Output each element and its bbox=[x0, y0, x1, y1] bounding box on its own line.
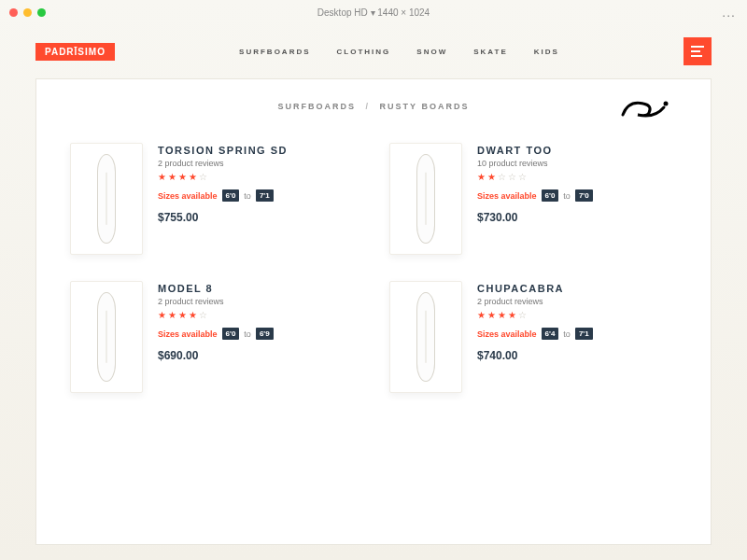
nav-snow[interactable]: SNOW bbox=[416, 48, 447, 56]
surfboard-icon bbox=[97, 154, 116, 244]
surfboard-icon bbox=[416, 292, 435, 382]
nav-surfboards[interactable]: SURFBOARDS bbox=[239, 48, 310, 56]
device-name: Desktop HD bbox=[317, 7, 368, 18]
star-rating: ★★★★☆ bbox=[158, 310, 358, 320]
product-details: TORSION SPRING SD 2 product reviews ★★★★… bbox=[158, 143, 358, 255]
star-icon: ★ bbox=[508, 310, 516, 320]
app-window: Desktop HD ▾ 1440 × 1024 ... PADRĪSIMO S… bbox=[0, 0, 747, 560]
size-min: 6'4 bbox=[542, 328, 559, 340]
main-nav: SURFBOARDS CLOTHING SNOW SKATE KIDS bbox=[239, 48, 559, 56]
close-icon[interactable] bbox=[9, 8, 18, 17]
sizes-label: Sizes available bbox=[158, 191, 218, 201]
product-card[interactable]: MODEL 8 2 product reviews ★★★★☆ Sizes av… bbox=[70, 281, 358, 393]
breadcrumb-category[interactable]: SURFBOARDS bbox=[278, 102, 357, 111]
svg-rect-1 bbox=[691, 50, 700, 52]
product-name: MODEL 8 bbox=[158, 283, 358, 294]
size-max: 6'9 bbox=[256, 328, 274, 340]
product-price: $690.00 bbox=[158, 349, 358, 362]
product-sizes: Sizes available 6'0 to 7'0 bbox=[477, 189, 677, 202]
nav-kids[interactable]: KIDS bbox=[534, 48, 559, 56]
star-icon: ★ bbox=[498, 310, 506, 320]
minimize-icon[interactable] bbox=[23, 8, 32, 17]
to-label: to bbox=[244, 329, 251, 339]
size-min: 6'0 bbox=[542, 189, 559, 202]
product-sizes: Sizes available 6'0 to 6'9 bbox=[158, 328, 358, 340]
product-name: CHUPACABRA bbox=[477, 283, 677, 294]
product-reviews[interactable]: 2 product reviews bbox=[158, 159, 358, 168]
size-min: 6'0 bbox=[222, 328, 240, 340]
product-thumbnail bbox=[389, 143, 462, 255]
content-frame: SURFBOARDS / RUSTY BOARDS TORSION SPRING… bbox=[35, 78, 712, 545]
star-icon: ★ bbox=[178, 310, 187, 320]
star-icon: ☆ bbox=[199, 310, 207, 320]
to-label: to bbox=[244, 191, 251, 201]
product-price: $730.00 bbox=[477, 211, 677, 224]
more-icon[interactable]: ... bbox=[722, 5, 736, 20]
product-name: TORSION SPRING SD bbox=[158, 145, 358, 156]
star-icon: ☆ bbox=[498, 172, 506, 182]
to-label: to bbox=[563, 329, 571, 339]
size-min: 6'0 bbox=[222, 189, 240, 202]
device-dims: 1440 × 1024 bbox=[377, 7, 430, 18]
product-reviews[interactable]: 2 product reviews bbox=[477, 297, 677, 306]
surfboard-icon bbox=[416, 154, 435, 244]
svg-rect-2 bbox=[691, 55, 702, 57]
menu-button[interactable] bbox=[684, 37, 712, 65]
product-details: MODEL 8 2 product reviews ★★★★☆ Sizes av… bbox=[158, 281, 358, 393]
logo[interactable]: PADRĪSIMO bbox=[35, 43, 115, 61]
star-icon: ☆ bbox=[508, 172, 516, 182]
size-max: 7'1 bbox=[256, 189, 274, 202]
star-icon: ★ bbox=[487, 310, 496, 320]
star-rating: ★★☆☆☆ bbox=[477, 172, 677, 182]
menu-icon bbox=[691, 46, 704, 57]
nav-skate[interactable]: SKATE bbox=[473, 48, 508, 56]
brand-logo-rusty bbox=[621, 96, 671, 126]
star-icon: ★ bbox=[189, 172, 197, 182]
nav-clothing[interactable]: CLOTHING bbox=[337, 48, 391, 56]
sizes-label: Sizes available bbox=[477, 191, 537, 201]
product-price: $755.00 bbox=[158, 211, 358, 224]
product-card[interactable]: DWART TOO 10 product reviews ★★☆☆☆ Sizes… bbox=[389, 143, 677, 255]
star-icon: ★ bbox=[178, 172, 187, 182]
product-card[interactable]: TORSION SPRING SD 2 product reviews ★★★★… bbox=[70, 143, 358, 255]
product-details: CHUPACABRA 2 product reviews ★★★★☆ Sizes… bbox=[477, 281, 677, 393]
size-max: 7'1 bbox=[575, 328, 593, 340]
svg-point-3 bbox=[664, 102, 669, 106]
product-details: DWART TOO 10 product reviews ★★☆☆☆ Sizes… bbox=[477, 143, 677, 255]
star-icon: ★ bbox=[487, 172, 496, 182]
size-max: 7'0 bbox=[575, 189, 593, 202]
star-icon: ★ bbox=[158, 310, 166, 320]
product-reviews[interactable]: 10 product reviews bbox=[477, 159, 677, 168]
breadcrumb-separator: / bbox=[366, 102, 371, 111]
product-card[interactable]: CHUPACABRA 2 product reviews ★★★★☆ Sizes… bbox=[389, 281, 677, 393]
star-rating: ★★★★☆ bbox=[158, 172, 358, 182]
product-name: DWART TOO bbox=[477, 145, 677, 156]
site-header: PADRĪSIMO SURFBOARDS CLOTHING SNOW SKATE… bbox=[0, 24, 747, 75]
star-icon: ★ bbox=[477, 310, 486, 320]
breadcrumb: SURFBOARDS / RUSTY BOARDS bbox=[70, 102, 677, 111]
sizes-label: Sizes available bbox=[158, 329, 218, 339]
product-grid: TORSION SPRING SD 2 product reviews ★★★★… bbox=[70, 143, 677, 393]
product-sizes: Sizes available 6'0 to 7'1 bbox=[158, 189, 358, 202]
breadcrumb-subcategory[interactable]: RUSTY BOARDS bbox=[380, 102, 470, 111]
star-icon: ☆ bbox=[199, 172, 207, 182]
star-icon: ★ bbox=[168, 310, 176, 320]
star-icon: ★ bbox=[477, 172, 486, 182]
to-label: to bbox=[563, 191, 571, 201]
titlebar-device-selector[interactable]: Desktop HD ▾ 1440 × 1024 bbox=[317, 7, 430, 18]
product-price: $740.00 bbox=[477, 349, 677, 362]
svg-rect-0 bbox=[691, 46, 704, 48]
surfboard-icon bbox=[97, 292, 116, 382]
window-controls bbox=[9, 8, 46, 17]
star-icon: ☆ bbox=[518, 310, 527, 320]
star-icon: ★ bbox=[168, 172, 176, 182]
product-thumbnail bbox=[70, 281, 143, 393]
product-sizes: Sizes available 6'4 to 7'1 bbox=[477, 328, 677, 340]
product-reviews[interactable]: 2 product reviews bbox=[158, 297, 358, 306]
maximize-icon[interactable] bbox=[37, 8, 46, 17]
star-rating: ★★★★☆ bbox=[477, 310, 677, 320]
star-icon: ☆ bbox=[518, 172, 527, 182]
star-icon: ★ bbox=[158, 172, 166, 182]
sizes-label: Sizes available bbox=[477, 329, 537, 339]
titlebar: Desktop HD ▾ 1440 × 1024 ... bbox=[0, 0, 747, 24]
